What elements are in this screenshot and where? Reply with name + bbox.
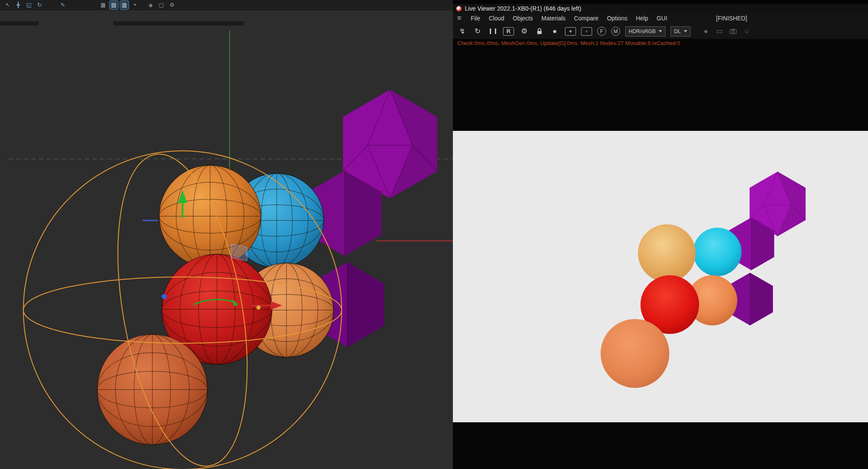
camera-glyph — [729, 28, 737, 34]
quantize-icon[interactable]: ▥ — [120, 1, 129, 9]
axis-lock-icon[interactable]: ◈ — [146, 1, 155, 9]
render-status-badge: [FINISHED] — [716, 15, 747, 22]
menu-help[interactable]: Help — [636, 15, 648, 22]
octane-logo-icon — [456, 6, 462, 11]
c4d-viewport-pane: ↖ ╋ ◱ ↻ ✎ ▦ ▤ ▥ ◓ ◈ ▢ ⚙ — [0, 0, 453, 469]
preview-sphere-icon[interactable]: ● — [701, 26, 711, 37]
menu-options[interactable]: Options — [607, 15, 627, 22]
focus-picker-button[interactable]: F — [597, 27, 606, 36]
render-peach-sphere-bottom — [601, 319, 669, 388]
colorspace-dropdown[interactable]: HDR/sRGB — [625, 26, 666, 37]
pause-icon[interactable] — [488, 26, 498, 37]
live-viewer-titlebar[interactable]: Live Viewer 2022.1-XB0-(R1) (646 days le… — [453, 4, 868, 13]
rust-sphere-object[interactable] — [97, 334, 208, 445]
live-viewer-toolbar: ↯ ↻ R ⚙ ● + ▫ F M HDR/sRGB DL — [453, 23, 868, 39]
magnet-icon[interactable]: ◓ — [131, 1, 139, 9]
live-viewer-window: Live Viewer 2022.1-XB0-(R1) (646 days le… — [453, 0, 868, 469]
render-canvas — [453, 131, 868, 422]
chevron-down-icon — [659, 30, 662, 32]
colorspace-value: HDR/sRGB — [629, 28, 656, 34]
add-box-icon[interactable]: + — [565, 27, 576, 36]
preview-plane-icon[interactable]: ▭ — [714, 26, 725, 37]
ui-strip-left — [0, 21, 39, 25]
gizmo-center-dot[interactable] — [256, 305, 261, 310]
blue-handle-dot[interactable] — [162, 294, 167, 299]
material-picker-button[interactable]: M — [611, 27, 620, 36]
sub-box-icon[interactable]: ▫ — [581, 27, 592, 36]
pen-tool-icon[interactable]: ✎ — [59, 1, 67, 9]
material-ball-icon[interactable]: ● — [550, 26, 560, 37]
menu-file[interactable]: File — [471, 15, 480, 22]
menu-objects[interactable]: Objects — [513, 15, 533, 22]
rotate-tool-icon[interactable]: ↻ — [35, 1, 44, 9]
desktop: ↖ ╋ ◱ ↻ ✎ ▦ ▤ ▥ ◓ ◈ ▢ ⚙ — [0, 0, 868, 469]
c4d-toolbar: ↖ ╋ ◱ ↻ ✎ ▦ ▤ ▥ ◓ ◈ ▢ ⚙ — [0, 0, 453, 10]
viewport-canvas[interactable] — [0, 10, 453, 469]
live-viewer-menubar: ≡ File Cloud Objects Materials Compare O… — [453, 13, 868, 23]
snap-toggle-icon[interactable]: ▦ — [99, 1, 107, 9]
render-mode-value: DL — [674, 28, 681, 34]
preview-icons-group: ● ▭ ○ — [701, 26, 752, 37]
camera-icon[interactable] — [728, 26, 738, 37]
pause-bars — [490, 28, 496, 34]
select-arrow-icon[interactable]: ↖ — [3, 1, 12, 9]
chevron-down-icon — [684, 30, 687, 32]
render-cyan-sphere — [693, 228, 742, 276]
render-tan-sphere — [638, 224, 696, 282]
settings-gear-icon[interactable]: ⚙ — [519, 26, 529, 37]
move-tool-icon[interactable]: ╋ — [14, 1, 22, 9]
grid-snap-icon[interactable]: ▤ — [110, 1, 118, 9]
refresh-icon[interactable]: ↻ — [472, 26, 483, 37]
scale-tool-icon[interactable]: ◱ — [25, 1, 33, 9]
ui-strip-center — [113, 21, 244, 25]
menu-cloud[interactable]: Cloud — [489, 15, 504, 22]
render-stats-line: Check:0ms./0ms. MeshGen:0ms. Update[G]:0… — [453, 40, 868, 48]
menu-compare[interactable]: Compare — [574, 15, 598, 22]
preview-circle-icon[interactable]: ○ — [742, 26, 752, 37]
menu-gui[interactable]: GUI — [657, 15, 667, 22]
region-render-button[interactable]: R — [503, 27, 514, 36]
marquee-icon[interactable]: ▢ — [157, 1, 166, 9]
hamburger-menu-icon[interactable]: ≡ — [457, 14, 461, 23]
render-view[interactable] — [453, 131, 868, 422]
restart-render-icon[interactable]: ↯ — [457, 26, 467, 37]
lock-glyph — [537, 28, 542, 35]
menu-materials[interactable]: Materials — [542, 15, 566, 22]
render-mode-dropdown[interactable]: DL — [671, 26, 691, 37]
lock-icon[interactable] — [534, 26, 545, 37]
settings-gear-icon[interactable]: ⚙ — [168, 1, 176, 9]
window-title: Live Viewer 2022.1-XB0-(R1) (646 days le… — [465, 5, 581, 12]
